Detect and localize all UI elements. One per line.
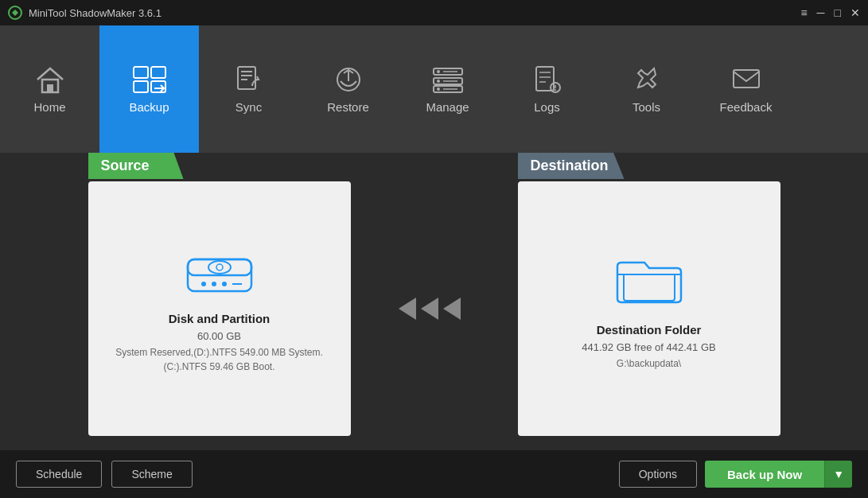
nav-item-sync[interactable]: Sync bbox=[199, 25, 298, 153]
app-title: MiniTool ShadowMaker 3.6.1 bbox=[29, 7, 162, 19]
source-panel-wrapper: Source Disk and Partition 60.00 GB bbox=[88, 167, 351, 436]
minimize-button[interactable]: ─ bbox=[817, 7, 825, 18]
svg-point-34 bbox=[212, 282, 216, 286]
maximize-button[interactable]: □ bbox=[835, 7, 841, 18]
sync-icon bbox=[235, 65, 263, 94]
titlebar-controls: ≡ ─ □ ✕ bbox=[800, 7, 860, 18]
main-content: Source Disk and Partition 60.00 GB bbox=[0, 153, 868, 450]
svg-point-15 bbox=[437, 80, 440, 83]
arrow-area bbox=[399, 293, 470, 325]
backup-icon bbox=[132, 65, 167, 94]
nav-item-feedback[interactable]: Feedback bbox=[696, 25, 796, 153]
backup-dropdown-button[interactable]: ▼ bbox=[824, 461, 852, 488]
nav-item-backup[interactable]: Backup bbox=[99, 25, 199, 153]
source-size: 60.00 GB bbox=[197, 330, 241, 342]
destination-panel-wrapper: Destination Destination Folder 441.92 GB… bbox=[518, 167, 780, 436]
svg-point-33 bbox=[201, 282, 206, 286]
svg-rect-28 bbox=[734, 70, 759, 88]
destination-free: 441.92 GB free of 442.41 GB bbox=[582, 341, 715, 353]
bottombar: Schedule Scheme Options Back up Now ▼ bbox=[0, 450, 868, 498]
svg-rect-4 bbox=[151, 67, 165, 78]
logs-icon bbox=[533, 65, 562, 94]
source-title: Disk and Partition bbox=[169, 312, 271, 325]
nav-item-logs[interactable]: Logs bbox=[497, 25, 597, 153]
bottom-left: Schedule Scheme bbox=[16, 461, 193, 488]
destination-label: Destination bbox=[518, 153, 625, 179]
restore-icon bbox=[333, 65, 364, 94]
backup-now-button[interactable]: Back up Now bbox=[705, 461, 824, 488]
titlebar-left: MiniTool ShadowMaker 3.6.1 bbox=[8, 6, 162, 20]
svg-rect-3 bbox=[134, 67, 148, 78]
app-logo-icon bbox=[8, 6, 22, 20]
close-button[interactable]: ✕ bbox=[850, 7, 860, 18]
feedback-icon bbox=[731, 65, 761, 94]
nav-label-logs: Logs bbox=[534, 100, 560, 114]
svg-rect-5 bbox=[134, 81, 148, 92]
nav-label-home: Home bbox=[33, 100, 65, 114]
chevron-down-icon: ▼ bbox=[833, 468, 844, 480]
source-disk-icon bbox=[180, 243, 259, 299]
svg-point-14 bbox=[437, 70, 440, 73]
nav-label-restore: Restore bbox=[327, 100, 369, 114]
hamburger-button[interactable]: ≡ bbox=[800, 7, 807, 18]
nav-label-feedback: Feedback bbox=[720, 100, 773, 114]
forward-arrows-icon bbox=[399, 293, 470, 325]
source-desc: System Reserved,(D:).NTFS 549.00 MB Syst… bbox=[115, 345, 323, 374]
navbar: Home Backup Sync bbox=[0, 25, 868, 153]
nav-item-tools[interactable]: Tools bbox=[597, 25, 696, 153]
destination-title: Destination Folder bbox=[597, 323, 702, 337]
scheme-button[interactable]: Scheme bbox=[111, 461, 192, 488]
nav-label-manage: Manage bbox=[426, 100, 469, 114]
nav-item-home[interactable]: Home bbox=[0, 25, 99, 153]
home-icon bbox=[34, 65, 66, 94]
svg-point-35 bbox=[222, 282, 227, 286]
manage-icon bbox=[432, 65, 464, 94]
nav-label-tools: Tools bbox=[633, 100, 660, 114]
schedule-button[interactable]: Schedule bbox=[16, 461, 102, 488]
destination-panel[interactable]: Destination Folder 441.92 GB free of 442… bbox=[518, 181, 780, 436]
nav-label-sync: Sync bbox=[235, 100, 262, 114]
nav-label-backup: Backup bbox=[129, 100, 169, 114]
svg-point-27 bbox=[555, 89, 556, 91]
svg-point-32 bbox=[216, 264, 223, 270]
svg-rect-2 bbox=[47, 84, 53, 92]
options-button[interactable]: Options bbox=[619, 461, 697, 488]
titlebar: MiniTool ShadowMaker 3.6.1 ≡ ─ □ ✕ bbox=[0, 0, 868, 25]
destination-folder-icon bbox=[609, 247, 689, 310]
destination-path: G:\backupdata\ bbox=[617, 356, 681, 371]
nav-item-manage[interactable]: Manage bbox=[398, 25, 497, 153]
nav-item-restore[interactable]: Restore bbox=[298, 25, 398, 153]
tools-icon bbox=[632, 65, 662, 94]
svg-point-31 bbox=[208, 261, 231, 274]
source-label: Source bbox=[88, 153, 184, 179]
source-panel[interactable]: Disk and Partition 60.00 GB System Reser… bbox=[88, 181, 351, 436]
svg-point-19 bbox=[437, 88, 440, 91]
bottom-right: Options Back up Now ▼ bbox=[619, 461, 852, 488]
